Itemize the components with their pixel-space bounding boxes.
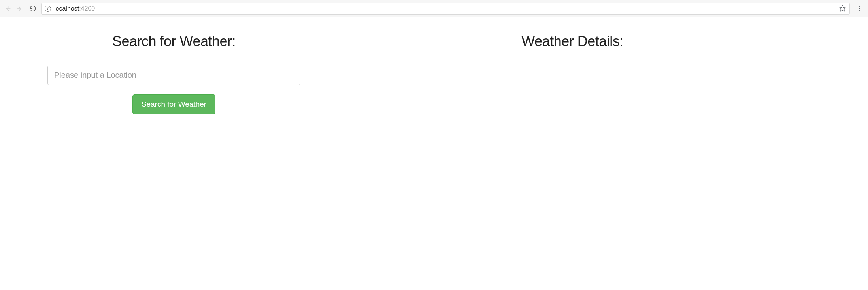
search-panel: Search for Weather: Search for Weather [47, 33, 300, 114]
browser-toolbar: i localhost:4200 [0, 0, 868, 17]
reload-icon[interactable] [29, 5, 36, 12]
forward-icon[interactable] [17, 5, 24, 12]
url-display: localhost:4200 [54, 5, 95, 12]
nav-button-group [4, 5, 36, 12]
location-input[interactable] [47, 66, 300, 85]
bookmark-star-icon[interactable] [839, 5, 846, 12]
search-button[interactable]: Search for Weather [132, 94, 215, 114]
site-info-icon[interactable]: i [45, 6, 51, 12]
browser-menu-icon[interactable] [855, 6, 864, 11]
search-heading: Search for Weather: [112, 33, 236, 50]
url-port: :4200 [79, 5, 95, 12]
back-icon[interactable] [4, 5, 11, 12]
address-bar[interactable]: i localhost:4200 [41, 3, 850, 15]
details-panel: Weather Details: [324, 33, 821, 114]
url-host: localhost [54, 5, 79, 12]
details-heading: Weather Details: [521, 33, 623, 50]
page-body: Search for Weather: Search for Weather W… [0, 17, 868, 130]
svg-marker-2 [840, 6, 846, 11]
